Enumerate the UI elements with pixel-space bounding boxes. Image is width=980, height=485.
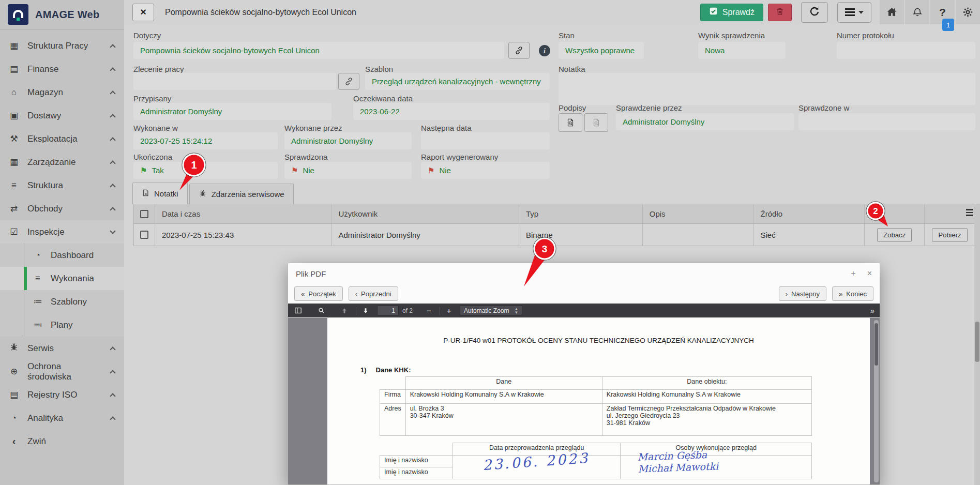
checkbox-icon <box>140 210 148 218</box>
topbar-actions: Sprawdź ? <box>700 0 980 24</box>
first-page-button[interactable]: «Początek <box>294 286 343 301</box>
sidebar-item-inspekcje[interactable]: ☑Inspekcje <box>0 220 124 244</box>
scrollbar-thumb[interactable] <box>975 322 979 362</box>
wykonane-przez-field[interactable]: Administrator Domyślny <box>284 132 412 149</box>
sidebar-item-struktura[interactable]: ≡Struktura <box>0 174 124 197</box>
app-window: AMAGE Web ▦Struktura Pracy ▤Finanse ⌂Mag… <box>0 0 980 485</box>
signature-preview-button[interactable] <box>559 113 582 132</box>
chevron-up-icon <box>110 44 115 50</box>
rounds-icon: ⇄ <box>8 203 20 214</box>
table-row[interactable]: 2023-07-25 15:23:43 Administrator Domyśl… <box>133 224 975 246</box>
zlecenie-link-button[interactable] <box>338 73 359 90</box>
column-header-typ[interactable]: Typ <box>519 204 643 223</box>
sidebar-item-magazyn[interactable]: ⌂Magazyn <box>0 81 124 104</box>
sidebar-item-szablony[interactable]: ≔Szablony <box>0 290 124 313</box>
sidebar-item-eksploatacja[interactable]: ⚒Eksploatacja <box>0 127 124 150</box>
checkbox-icon <box>709 7 718 18</box>
sidebar-item-rejestry-iso[interactable]: ▤Rejestry ISO <box>0 383 124 406</box>
pdf-toolbar: 1 of 2 − + Automatic Zoom ▲▼ » <box>288 304 880 317</box>
pdf-scrollbar[interactable] <box>874 320 879 482</box>
search-icon[interactable] <box>316 306 326 315</box>
sidebar-item-ochrona-srodowiska[interactable]: ⊕Ochrona środowiska <box>0 360 124 383</box>
sidebar-item-struktura-pracy[interactable]: ▦Struktura Pracy <box>0 34 124 57</box>
globe-icon: ⊕ <box>8 366 20 377</box>
download-button[interactable]: Pobierz <box>932 228 967 242</box>
page-down-icon[interactable] <box>361 306 370 315</box>
sidebar-item-dostawy[interactable]: ▣Dostawy <box>0 104 124 127</box>
page-scrollbar[interactable] <box>974 204 980 485</box>
sidebar-item-zwin[interactable]: ‹Zwiń <box>0 430 124 453</box>
notification-count-badge[interactable]: 1 <box>942 19 954 31</box>
przypisany-field[interactable]: Administrator Domyślny <box>133 103 331 120</box>
table-menu-icon[interactable] <box>966 209 973 216</box>
dotyczy-link-button[interactable] <box>508 42 530 59</box>
notifications-button[interactable] <box>905 0 929 24</box>
column-header-opis[interactable]: Opis <box>643 204 754 223</box>
zoom-in-icon[interactable]: + <box>445 306 453 315</box>
sidebar-item-analityka[interactable]: ◔Analityka <box>0 406 124 430</box>
column-header-zrodlo[interactable]: Źródło <box>753 204 865 223</box>
scrollbar-thumb[interactable] <box>875 323 878 366</box>
sprawdzenie-przez-label: Sprawdzenie przez <box>616 103 682 112</box>
signature-preview-button-disabled[interactable] <box>584 113 608 132</box>
sidebar-item-obchody[interactable]: ⇄Obchody <box>0 197 124 220</box>
sidebar-item-wykonania[interactable]: ≡Wykonania <box>0 267 124 290</box>
home-icon <box>886 6 898 18</box>
pdf-nav-bar: «Początek ‹Poprzedni ›Następny »Koniec <box>288 284 880 304</box>
close-icon[interactable]: × <box>867 269 872 278</box>
zlecenie-field[interactable] <box>133 73 336 90</box>
close-record-button[interactable]: × <box>132 4 154 21</box>
sprawdzenie-przez-field[interactable]: Administrator Domyślny <box>616 113 794 130</box>
delete-button[interactable] <box>768 4 792 21</box>
sidebar-item-finanse[interactable]: ▤Finanse <box>0 57 124 81</box>
column-header-uzytkownik[interactable]: Użytkownik <box>332 204 520 223</box>
sidebar-toggle-icon[interactable] <box>293 306 303 315</box>
szablon-field[interactable]: Przegląd urządzeń kanalizacyjnych - wewn… <box>365 73 550 90</box>
view-button[interactable]: Zobacz <box>877 228 912 242</box>
notatka-field[interactable] <box>559 73 975 105</box>
prev-page-button[interactable]: ‹Poprzedni <box>349 286 398 301</box>
sidebar-item-zarzadzanie[interactable]: ▦Zarządzanie <box>0 150 124 174</box>
zoom-out-icon[interactable]: − <box>425 306 433 315</box>
dotyczy-field[interactable]: Pompownia ścieków socjalno-bytowych Ecol… <box>133 42 504 59</box>
notes-table: Data i czas Użytkownik Typ Opis Źródło 2… <box>133 204 975 246</box>
chevron-up-icon <box>110 207 115 213</box>
numer-protokolu-field[interactable] <box>837 42 975 59</box>
wynik-field[interactable]: Nowa <box>698 42 786 59</box>
tab-zdarzenia-serwisowe[interactable]: Zdarzenia serwisowe <box>189 184 294 204</box>
column-header-data-i-czas[interactable]: Data i czas <box>155 204 332 223</box>
page-number-input[interactable]: 1 <box>377 306 399 315</box>
expand-icon[interactable]: + <box>851 269 855 278</box>
stan-field[interactable]: Wszystko poprawne <box>559 42 644 59</box>
toolbar-more-icon[interactable]: » <box>870 306 875 315</box>
double-right-icon: » <box>839 290 842 298</box>
raport-field: ⚑Nie <box>421 162 550 179</box>
wykonane-w-field[interactable]: 2023-07-25 15:24:12 <box>133 132 278 149</box>
zoom-select[interactable]: Automatic Zoom ▲▼ <box>460 306 522 315</box>
settings-button[interactable] <box>956 0 980 24</box>
oczekiwana-field[interactable]: 2023-06-22 <box>353 103 550 120</box>
tab-notatki[interactable]: Notatki <box>132 183 188 204</box>
sidebar-item-serwis[interactable]: Serwis <box>0 337 124 360</box>
sidebar-item-dashboard[interactable]: ◔Dashboard <box>0 244 124 267</box>
finance-icon: ▤ <box>8 64 20 74</box>
last-page-button[interactable]: »Koniec <box>832 286 873 301</box>
info-icon[interactable]: i <box>539 45 550 56</box>
nastepna-data-field[interactable] <box>421 132 550 149</box>
file-search-icon <box>566 118 575 127</box>
sidebar-item-plany[interactable]: ≕Plany <box>0 313 124 337</box>
refresh-button[interactable] <box>801 2 828 23</box>
warehouse-icon: ⌂ <box>8 87 20 98</box>
ukonczona-label: Ukończona <box>133 153 172 161</box>
select-all-checkbox[interactable] <box>134 204 155 223</box>
row-checkbox[interactable] <box>134 224 155 246</box>
page-up-icon[interactable] <box>340 306 349 315</box>
home-button[interactable] <box>880 0 904 24</box>
flag-green-icon: ⚑ <box>140 166 147 175</box>
menu-button[interactable] <box>837 2 871 23</box>
next-page-button[interactable]: ›Następny <box>779 286 826 301</box>
check-button[interactable]: Sprawdź <box>700 4 763 21</box>
sprawdzone-w-field[interactable] <box>798 113 975 130</box>
pdf-viewport: P-UR-1/F40 w01 PROTOKÓŁ OCENY STANU TECH… <box>288 318 880 484</box>
list-plain-icon: ≕ <box>32 320 43 330</box>
